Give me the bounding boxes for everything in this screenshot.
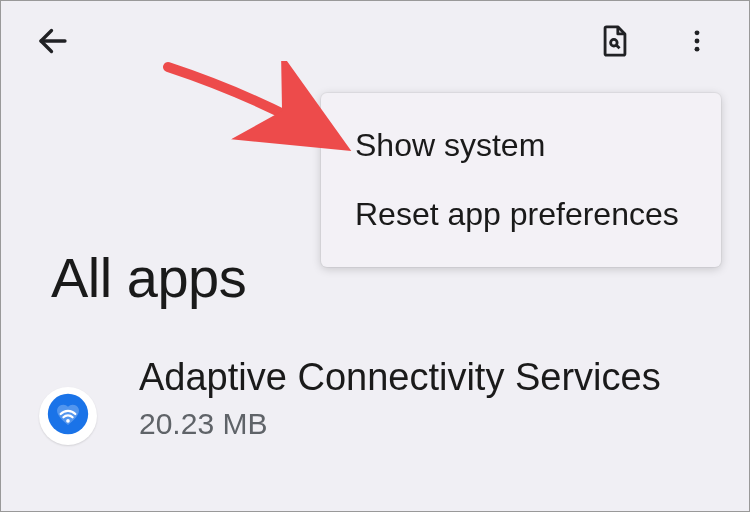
back-arrow-icon <box>35 23 71 63</box>
app-list-item[interactable]: Adaptive Connectivity Services 20.23 MB <box>39 351 699 445</box>
page-search-icon <box>598 24 632 62</box>
svg-point-5 <box>695 47 700 52</box>
svg-point-7 <box>66 419 70 423</box>
app-icon <box>39 387 97 445</box>
svg-line-2 <box>616 45 619 48</box>
svg-point-4 <box>695 39 700 44</box>
more-vert-icon <box>683 27 711 59</box>
app-size: 20.23 MB <box>139 407 661 441</box>
search-button[interactable] <box>593 21 637 65</box>
overflow-menu-button[interactable] <box>675 21 719 65</box>
app-name: Adaptive Connectivity Services <box>139 355 661 401</box>
heart-wifi-icon <box>46 392 90 440</box>
menu-item-reset-app-preferences[interactable]: Reset app preferences <box>321 180 721 249</box>
svg-point-3 <box>695 30 700 35</box>
menu-item-show-system[interactable]: Show system <box>321 111 721 180</box>
svg-point-1 <box>611 39 618 46</box>
back-button[interactable] <box>31 21 75 65</box>
overflow-menu: Show system Reset app preferences <box>321 93 721 267</box>
